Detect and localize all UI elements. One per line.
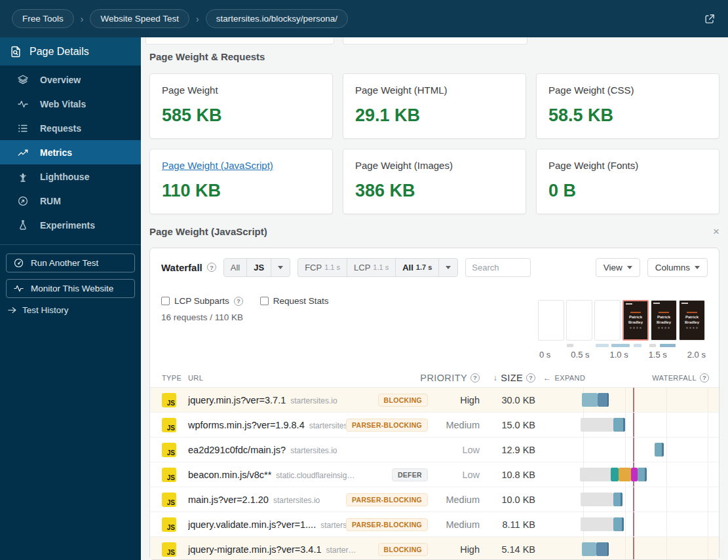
help-icon[interactable]: ?: [470, 373, 480, 383]
time-filter-group: FCP1.1 sLCP1.1 sAll1.7 s: [297, 258, 458, 277]
request-url[interactable]: beacon.min.js/v8c**: [188, 470, 271, 480]
request-waterfall[interactable]: [578, 487, 719, 512]
waterfall-bar: [613, 493, 623, 506]
breadcrumb-separator: ›: [81, 14, 84, 24]
header-type[interactable]: TYPE: [150, 374, 188, 382]
sidebar-item-requests[interactable]: Requests: [0, 116, 141, 140]
sidebar-item-label: Web Vitals: [40, 99, 86, 109]
breadcrumb-item[interactable]: Website Speed Test: [90, 9, 189, 28]
table-row[interactable]: JS jquery.min.js?ver=3.7.1 startersites.…: [150, 388, 719, 413]
request-url[interactable]: ea2d291c0fdc/main.js?: [188, 445, 286, 455]
columns-button[interactable]: Columns: [647, 258, 708, 277]
request-stats-checkbox[interactable]: Request Stats: [260, 296, 329, 306]
time-filter-all[interactable]: All1.7 s: [395, 259, 438, 276]
request-url[interactable]: jquery.validate.min.js?ver=1....: [188, 519, 316, 530]
type-filter-all[interactable]: All: [224, 259, 246, 276]
time-filter-value: 1.1 s: [373, 263, 389, 271]
sidebar-item-label: Metrics: [40, 147, 72, 158]
arrow-right-icon: [7, 305, 18, 316]
list-icon: [17, 122, 29, 134]
request-waterfall[interactable]: [578, 413, 719, 437]
request-domain: startersites.io: [326, 546, 358, 555]
sidebar-item-rum[interactable]: RUM: [0, 189, 141, 213]
filmstrip-thumbnail[interactable]: [566, 300, 592, 341]
sidebar-title: Page Details: [29, 46, 89, 58]
request-waterfall[interactable]: [578, 388, 719, 412]
header-expand[interactable]: ← EXPAND: [535, 373, 578, 383]
request-priority: High: [436, 395, 480, 405]
request-waterfall[interactable]: [578, 462, 719, 487]
request-url[interactable]: jquery.min.js?ver=3.7.1: [188, 395, 286, 405]
sidebar-item-web-vitals[interactable]: Web Vitals: [0, 92, 141, 116]
help-icon[interactable]: ?: [700, 373, 709, 383]
table-row[interactable]: JS jquery-migrate.min.js?ver=3.4.1 start…: [150, 537, 719, 559]
header-priority[interactable]: PRIORITY ?: [436, 373, 480, 383]
thumb-title: Patrick Bradley: [654, 315, 674, 325]
close-icon[interactable]: ×: [713, 226, 719, 237]
request-waterfall[interactable]: [578, 512, 719, 536]
time-filter-dropdown[interactable]: [438, 259, 457, 276]
help-icon[interactable]: ?: [526, 373, 535, 383]
table-row[interactable]: JS ea2d291c0fdc/main.js? startersites.io…: [150, 438, 719, 462]
metric-card-value: 585 KB: [162, 105, 320, 126]
filmstrip-thumbnail[interactable]: [538, 300, 564, 341]
header-waterfall[interactable]: WATERFALL ?: [578, 368, 719, 387]
lcp-subparts-checkbox[interactable]: LCP Subparts?: [161, 296, 243, 306]
time-filter-lcp[interactable]: LCP1.1 s: [347, 259, 395, 276]
render-blocking-badge: BLOCKING: [378, 543, 428, 556]
request-domain: startersites.io: [273, 496, 320, 505]
request-size: 5.14 KB: [480, 544, 535, 555]
time-filter-fcp[interactable]: FCP1.1 s: [298, 259, 347, 276]
filmstrip-thumbnail[interactable]: [594, 300, 621, 341]
request-url[interactable]: main.js?ver=2.1.20: [188, 495, 269, 505]
request-waterfall[interactable]: [578, 537, 719, 559]
search-input[interactable]: [465, 258, 531, 277]
metric-card: Page Weight (HTML)29.1 KB: [343, 73, 526, 139]
waterfall-bar: [581, 517, 613, 531]
request-size: 15.0 KB: [480, 420, 535, 430]
breadcrumb-item[interactable]: Free Tools: [12, 9, 74, 28]
help-icon[interactable]: ?: [234, 297, 243, 306]
thumb-accent: [659, 312, 669, 313]
request-waterfall[interactable]: [578, 438, 719, 462]
view-button[interactable]: View: [596, 258, 640, 277]
partial-card-top-right: [343, 37, 527, 45]
chevron-down-icon: [278, 266, 283, 269]
monitor-this-website-button[interactable]: Monitor This Website: [6, 279, 135, 298]
request-url[interactable]: jquery-migrate.min.js?ver=3.4.1: [188, 544, 322, 555]
sidebar-item-label: Lighthouse: [40, 172, 89, 182]
sidebar-item-experiments[interactable]: Experiments: [0, 213, 141, 237]
checkbox[interactable]: [260, 297, 269, 305]
request-url[interactable]: wpforms.min.js?ver=1.9.8.4: [188, 420, 305, 430]
run-another-test-button[interactable]: Run Another Test: [6, 253, 135, 272]
checkbox[interactable]: [161, 297, 170, 305]
table-row[interactable]: JS main.js?ver=2.1.20 startersites.io PA…: [150, 487, 719, 512]
mini-waterfall-bar: [611, 344, 630, 347]
type-filter-dropdown[interactable]: [271, 259, 290, 276]
timestamp-label: 0.5 s: [571, 350, 589, 360]
filmstrip-thumbnail[interactable]: Patrick Bradley: [651, 300, 677, 341]
sidebar-item-metrics[interactable]: Metrics: [0, 140, 141, 164]
chart-icon: [17, 147, 29, 159]
header-size[interactable]: ↓ SIZE ?: [480, 373, 535, 383]
sidebar-item-overview[interactable]: Overview: [0, 67, 141, 92]
table-row[interactable]: JS wpforms.min.js?ver=1.9.8.4 startersit…: [150, 413, 719, 438]
external-link-icon[interactable]: [703, 12, 716, 26]
table-row[interactable]: JS beacon.min.js/v8c** static.cloudflare…: [150, 462, 719, 487]
table-row[interactable]: JS jquery.validate.min.js?ver=1.... star…: [150, 512, 719, 537]
time-filter-label: All: [402, 263, 413, 272]
help-icon[interactable]: ?: [207, 263, 216, 272]
test-history-link[interactable]: Test History: [7, 305, 135, 316]
metric-card-title: Page Weight (CSS): [548, 84, 707, 96]
timestamp-label: 2.0 s: [687, 350, 706, 360]
filmstrip-thumbnail[interactable]: Patrick Bradley: [679, 300, 705, 341]
mini-waterfall-bar: [660, 344, 676, 347]
metric-card-title[interactable]: Page Weight (JavaScript): [162, 160, 320, 171]
filmstrip-thumbnail[interactable]: Patrick Bradley: [623, 300, 649, 341]
pulse-icon: [17, 98, 29, 110]
breadcrumb-item[interactable]: startersites.io/blocksy/persona/: [206, 9, 348, 28]
header-url[interactable]: URL: [188, 374, 357, 382]
sidebar-item-lighthouse[interactable]: Lighthouse: [0, 164, 141, 189]
metric-card-title: Page Weight (HTML): [355, 84, 514, 96]
type-filter-js[interactable]: JS: [246, 259, 271, 276]
